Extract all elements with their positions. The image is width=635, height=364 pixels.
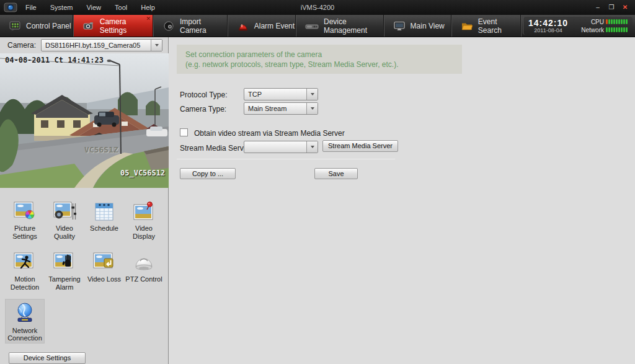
status-panel: 14:42:10 2011-08-04 CPU Network	[523, 17, 633, 35]
close-button[interactable]: ✕	[620, 3, 630, 12]
tab-main-view[interactable]: Main View	[384, 15, 452, 37]
copy-to-button[interactable]: Copy to ...	[180, 168, 236, 179]
motion-detection-icon	[13, 249, 37, 273]
content-area: Camera: DS8116HFI.byt.159_Camera05	[0, 37, 635, 364]
menu-system[interactable]: System	[43, 0, 80, 15]
protocol-type-select[interactable]: TCP	[244, 88, 318, 100]
camera-type-value: Main Stream	[244, 103, 306, 114]
grid-item-video-quality[interactable]: Video Quality	[45, 197, 84, 241]
network-connection-icon	[14, 301, 36, 324]
network-bars	[606, 27, 628, 32]
tab-label: Event Search	[478, 17, 521, 35]
ivms-app-window: iVMS-4200 File System View Tool Help – ❐…	[0, 0, 635, 364]
app-logo-icon	[2, 1, 19, 14]
grid-item-label: Video Quality	[45, 224, 84, 240]
grid-item-tampering-alarm[interactable]: Tampering Alarm	[45, 247, 84, 292]
video-quality-icon	[53, 198, 76, 222]
menu-file[interactable]: File	[19, 0, 43, 15]
grid-item-picture-settings[interactable]: Picture Settings	[5, 197, 45, 241]
cpu-label: CPU	[574, 19, 604, 25]
grid-item-label: Video Loss	[87, 275, 121, 283]
stream-media-server-checkbox-label: Obtain video stream via Stream Media Ser…	[194, 129, 345, 138]
chevron-down-icon[interactable]	[306, 89, 318, 100]
sidebar: Camera: DS8116HFI.byt.159_Camera05	[0, 37, 169, 364]
menu-tool[interactable]: Tool	[108, 0, 134, 15]
menu-help[interactable]: Help	[134, 0, 162, 15]
camera-select[interactable]: DS8116HFI.byt.159_Camera05	[41, 39, 162, 51]
status-time: 14:42:10	[528, 19, 568, 27]
stream-media-server-value	[244, 141, 306, 153]
toolbar: Control Panel Camera Settings ✕	[0, 15, 635, 37]
description-line-2: (e.g. network protocols, stream type, St…	[185, 60, 453, 69]
tab-control-panel[interactable]: Control Panel	[0, 15, 74, 37]
camera-label: Camera:	[7, 41, 36, 50]
chevron-down-icon[interactable]	[306, 141, 318, 153]
chevron-down-icon[interactable]	[306, 103, 318, 114]
tab-event-search[interactable]: Event Search	[452, 15, 522, 37]
protocol-type-value: TCP	[244, 89, 306, 100]
ptz-control-icon	[133, 249, 155, 273]
tab-label: Device Management	[324, 17, 384, 35]
status-date: 2011-08-04	[528, 27, 568, 33]
tab-label: Import Camera	[180, 17, 228, 35]
alarm-event-icon	[237, 20, 249, 32]
maximize-button[interactable]: ❐	[606, 3, 616, 12]
stream-media-server-select[interactable]	[244, 141, 318, 153]
network-meter: Network	[574, 27, 628, 33]
schedule-icon	[94, 198, 115, 222]
chevron-down-icon[interactable]	[151, 40, 162, 51]
stream-media-server-button[interactable]: Stream Media Server	[322, 140, 398, 152]
window-controls: – ❐ ✕	[593, 3, 635, 12]
protocol-type-label: Protocol Type:	[180, 91, 228, 99]
camera-settings-icon	[82, 20, 95, 32]
control-panel-icon	[9, 20, 21, 32]
grid-item-label: Tampering Alarm	[45, 275, 84, 291]
grid-item-motion-detection[interactable]: Motion Detection	[5, 247, 45, 292]
video-timestamp-overlay: 04-08-2011 Ct 14:41:23	[5, 56, 104, 64]
description-line-1: Set connection parameters of the camera	[185, 50, 453, 60]
grid-item-label: Picture Settings	[6, 224, 44, 240]
tab-camera-settings[interactable]: Camera Settings ✕	[74, 15, 154, 37]
video-preview[interactable]: 04-08-2011 Ct 14:41:23 VC56S1Z 05_VC56S1…	[0, 53, 169, 188]
tampering-alarm-icon	[53, 249, 76, 273]
minimize-button[interactable]: –	[593, 3, 603, 12]
tab-alarm-event[interactable]: Alarm Event	[228, 15, 296, 37]
tab-close-icon[interactable]: ✕	[146, 16, 151, 22]
tab-label: Alarm Event	[254, 22, 295, 30]
form-divider	[177, 159, 395, 159]
device-settings-button[interactable]: Device Settings	[9, 352, 86, 364]
camera-select-value: DS8116HFI.byt.159_Camera05	[42, 40, 151, 51]
grid-item-ptz-control[interactable]: PTZ Control	[124, 247, 164, 292]
settings-grid: Picture Settings	[0, 188, 168, 350]
camera-type-select[interactable]: Main Stream	[244, 102, 318, 115]
camera-selector-row: Camera: DS8116HFI.byt.159_Camera05	[0, 37, 168, 53]
video-loss-icon	[92, 249, 116, 273]
grid-item-label: Motion Detection	[6, 275, 44, 291]
grid-item-label: Network Connection	[6, 327, 44, 342]
usage-meters: CPU Network	[574, 19, 628, 33]
network-label: Network	[574, 27, 604, 33]
picture-settings-icon	[13, 198, 37, 222]
tab-import-camera[interactable]: Import Camera	[154, 15, 228, 37]
video-watermark-overlay: VC56S1Z	[84, 145, 118, 154]
save-button[interactable]: Save	[314, 168, 358, 179]
tab-label: Control Panel	[26, 22, 71, 30]
grid-item-video-loss[interactable]: Video Loss	[84, 247, 124, 292]
clock: 14:42:10 2011-08-04	[528, 19, 568, 33]
grid-item-video-display[interactable]: Video Display	[124, 197, 164, 241]
tab-device-management[interactable]: Device Management	[296, 15, 384, 37]
video-scene	[0, 53, 169, 188]
menu-bar: iVMS-4200 File System View Tool Help – ❐…	[0, 0, 635, 15]
cpu-bars	[606, 19, 628, 24]
menu-view[interactable]: View	[79, 0, 108, 15]
stream-media-server-checkbox[interactable]	[180, 128, 188, 136]
main-view-icon	[393, 20, 406, 32]
event-search-icon	[461, 20, 473, 32]
tab-label: Main View	[411, 22, 445, 30]
device-management-icon	[305, 20, 319, 32]
grid-item-schedule[interactable]: Schedule	[84, 197, 124, 241]
main-panel: Set connection parameters of the camera …	[169, 37, 635, 364]
grid-item-network-connection[interactable]: Network Connection	[5, 299, 45, 344]
grid-item-label: Schedule	[90, 224, 118, 233]
cpu-meter: CPU	[574, 19, 628, 25]
